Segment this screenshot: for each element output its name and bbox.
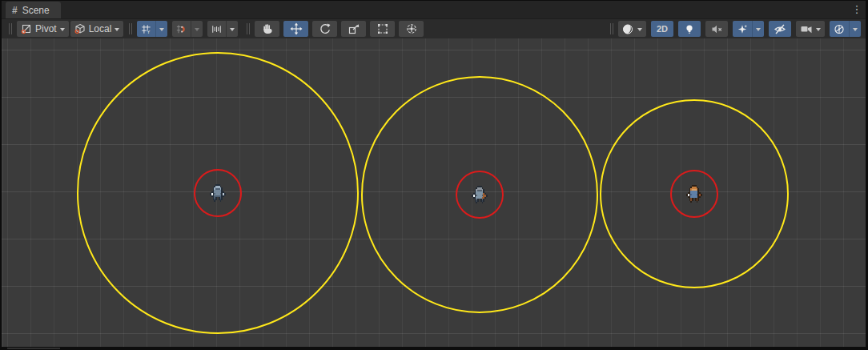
gizmos-button[interactable] <box>830 21 849 37</box>
scene-effects-button[interactable] <box>733 21 752 37</box>
sphere-icon <box>622 23 634 35</box>
pivot-label: Pivot <box>35 23 57 34</box>
grid-visibility-dropdown[interactable] <box>155 21 167 37</box>
tab-bar: # Scene ⋮ <box>2 1 866 18</box>
window-menu-kebab-icon[interactable]: ⋮ <box>851 2 862 16</box>
grid-icon: # <box>12 5 18 16</box>
eye-slash-icon <box>774 23 786 35</box>
snap-increment-dropdown[interactable] <box>226 21 238 37</box>
scale-icon <box>348 22 360 35</box>
tool-hand-button[interactable] <box>255 21 279 37</box>
scene-viewport[interactable] <box>2 38 866 347</box>
local-label: Local <box>89 23 112 34</box>
knight-steel-sprite[interactable] <box>210 184 226 202</box>
tab-scene-label: Scene <box>22 5 50 16</box>
tool-transform-button[interactable] <box>399 21 424 37</box>
svg-text:Y: Y <box>147 30 151 34</box>
tool-scale-button[interactable] <box>341 21 366 37</box>
transform-icon <box>405 22 418 35</box>
cube-icon <box>74 23 86 34</box>
lightbulb-icon <box>684 23 695 35</box>
2d-label: 2D <box>657 24 668 34</box>
scene-camera-dropdown[interactable] <box>796 21 825 37</box>
chevron-down-icon <box>816 28 821 31</box>
toggle-2d-button[interactable]: 2D <box>651 21 673 37</box>
effects-icon <box>737 23 748 35</box>
toolbar-drag-handle[interactable] <box>128 23 134 34</box>
scene-window: # Scene ⋮ Pivot <box>0 0 868 350</box>
local-dropdown[interactable]: Local <box>70 21 124 37</box>
chevron-down-icon <box>60 28 65 31</box>
scene-visibility-button[interactable] <box>769 21 791 37</box>
scene-audio-button[interactable] <box>705 21 728 37</box>
magnet-icon <box>176 23 187 35</box>
tab-scene[interactable]: # Scene <box>6 2 61 18</box>
grid-visibility-button[interactable]: Y <box>137 21 155 37</box>
hand-icon <box>261 22 274 35</box>
tool-move-button[interactable] <box>283 21 308 37</box>
toolbar-drag-handle[interactable] <box>609 23 615 34</box>
pivot-dropdown[interactable]: Pivot <box>17 21 69 37</box>
grid-y-icon: Y <box>141 23 151 35</box>
gizmo-icon <box>834 23 845 35</box>
scene-lighting-button[interactable] <box>678 21 701 37</box>
villager-sprite[interactable] <box>686 185 702 203</box>
scene-toolbar: Pivot Local Y <box>2 18 866 38</box>
chevron-down-icon <box>115 28 119 31</box>
tool-rect-button[interactable] <box>370 21 395 37</box>
shading-mode-dropdown[interactable] <box>618 21 646 37</box>
rect-tool-icon <box>376 22 389 35</box>
toolbar-drag-handle[interactable] <box>8 23 14 34</box>
gizmos-dropdown[interactable] <box>849 21 861 37</box>
scene-effects-dropdown[interactable] <box>752 21 764 37</box>
tool-rotate-button[interactable] <box>312 21 337 37</box>
snap-increment-button[interactable] <box>207 21 226 37</box>
ruler-icon <box>211 23 222 35</box>
knight-shield-sprite[interactable] <box>472 186 488 203</box>
snap-dropdown[interactable] <box>191 21 203 37</box>
chevron-down-icon <box>637 28 642 31</box>
view-options-group: 2D <box>606 21 862 37</box>
rotate-icon <box>319 22 332 35</box>
move-icon <box>290 22 303 35</box>
horizontal-scrollbar[interactable] <box>7 348 60 349</box>
toolbar-drag-handle[interactable] <box>246 23 251 34</box>
audio-muted-icon <box>711 23 723 35</box>
pivot-icon <box>21 23 32 34</box>
snap-toggle-button[interactable] <box>172 21 191 37</box>
bottom-border <box>0 347 868 350</box>
camera-icon <box>800 23 813 34</box>
